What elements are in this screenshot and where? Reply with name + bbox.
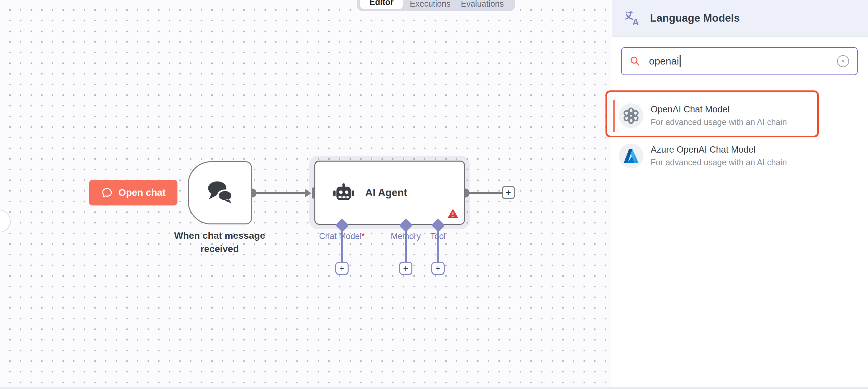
tab-evaluations[interactable]: Evaluations (458, 0, 507, 11)
trigger-node-label: When chat message received (153, 229, 286, 255)
trigger-label-line2: received (153, 242, 286, 255)
tab-editor[interactable]: Editor (360, 0, 403, 9)
bottom-edge-strip (0, 387, 868, 389)
open-chat-label: Open chat (119, 187, 166, 198)
openai-logo (619, 103, 643, 128)
add-chat-model-button[interactable]: + (335, 262, 349, 275)
list-item-openai-chat-model[interactable]: OpenAI Chat Model For advanced usage wit… (612, 95, 868, 136)
view-tabs: Editor Executions Evaluations (357, 0, 515, 11)
app-window: Editor Executions Evaluations Open chat (0, 0, 868, 389)
plus-icon: + (403, 263, 408, 274)
workflow-canvas[interactable]: Editor Executions Evaluations Open chat (0, 0, 612, 389)
canvas-left-handle[interactable] (0, 210, 11, 232)
clear-search-button[interactable]: × (837, 55, 849, 67)
search-input[interactable]: openai × (621, 47, 858, 75)
tool-port-label: Tool (418, 231, 458, 241)
node-ai-agent[interactable]: AI Agent (314, 160, 465, 225)
translate-icon: A (624, 10, 641, 27)
item-hover-indicator (613, 100, 615, 132)
robot-icon (333, 182, 354, 203)
azure-logo (619, 144, 643, 168)
plus-icon: + (506, 187, 511, 198)
add-next-node-button[interactable]: + (502, 186, 515, 199)
clear-icon: × (841, 58, 845, 65)
panel-title: Language Models (650, 12, 740, 24)
open-chat-button[interactable]: Open chat (89, 180, 178, 206)
item-description: For advanced usage with an AI chain (651, 157, 787, 168)
connection-line[interactable] (252, 192, 308, 194)
svg-text:A: A (632, 17, 639, 26)
node-picker-panel: A Language Models openai × (612, 0, 868, 389)
plus-icon: + (435, 263, 441, 274)
required-asterisk: * (362, 231, 365, 241)
list-item-azure-openai-chat-model[interactable]: Azure OpenAI Chat Model For advanced usa… (612, 135, 868, 177)
node-when-chat-message-received[interactable] (188, 161, 252, 225)
text-caret (680, 55, 681, 67)
item-title: Azure OpenAI Chat Model (651, 144, 787, 156)
chat-bubbles-icon (205, 180, 235, 206)
chat-bubble-icon (101, 187, 113, 199)
trigger-label-line1: When chat message (153, 229, 286, 242)
warning-triangle-icon[interactable] (448, 209, 458, 219)
item-title: OpenAI Chat Model (651, 103, 787, 115)
panel-header: A Language Models (612, 0, 868, 36)
add-tool-button[interactable]: + (431, 262, 445, 275)
item-description: For advanced usage with an AI chain (651, 116, 787, 128)
agent-node-title: AI Agent (365, 187, 407, 199)
search-icon (630, 56, 640, 66)
add-memory-button[interactable]: + (399, 262, 412, 275)
plus-icon: + (339, 263, 345, 274)
search-value: openai (649, 55, 681, 67)
tab-executions[interactable]: Executions (406, 0, 454, 11)
output-connection-stub (465, 192, 502, 194)
